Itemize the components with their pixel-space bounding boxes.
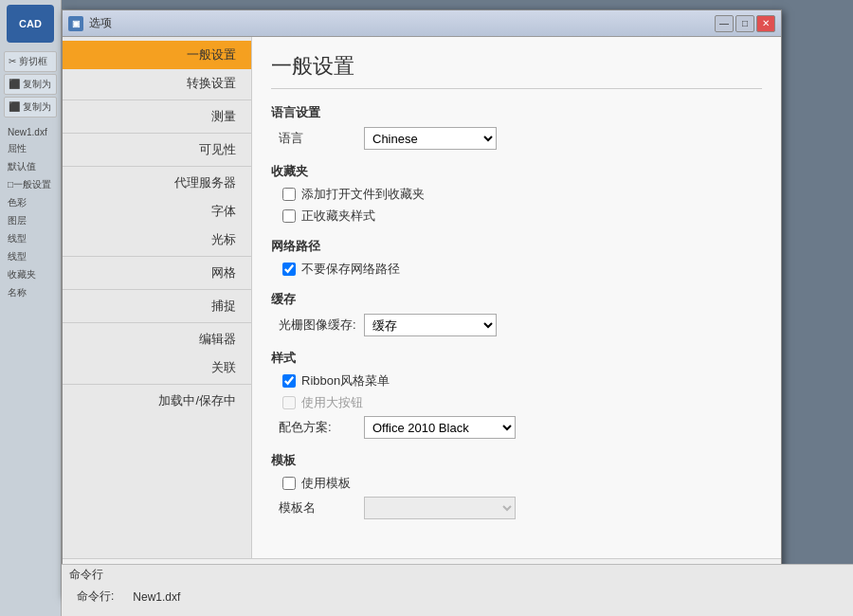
- template-name-row: 模板名: [271, 497, 762, 519]
- cad-property-label: 屈性: [4, 140, 57, 157]
- title-icon: ▣: [68, 16, 83, 31]
- dialog-title: 选项: [89, 15, 112, 31]
- language-select[interactable]: Chinese English Japanese Korean: [364, 127, 497, 150]
- cad-logo: CAD: [7, 5, 54, 43]
- no-save-network-label: 不要保存网络路径: [301, 261, 400, 278]
- cad-favorites-label: 收藏夹: [4, 266, 57, 283]
- cad-sections: New1.dxf 屈性 默认值 □一般设置 色彩 图层 线型 线型 收藏夹 名称: [0, 121, 61, 616]
- cad-filename: New1.dxf: [4, 125, 57, 139]
- favorites-style-label: 正收藏夹样式: [301, 208, 375, 225]
- use-template-checkbox[interactable]: [282, 477, 296, 490]
- cache-section-title: 缓存: [271, 291, 762, 308]
- ribbon-checkbox[interactable]: [282, 374, 296, 388]
- title-bar: ▣ 选项 — □ ✕: [63, 10, 781, 37]
- cad-tools: ✂ 剪切框 ⬛ 复制为 ⬛ 复制为: [0, 47, 61, 121]
- cad-sidebar: CAD ✂ 剪切框 ⬛ 复制为 ⬛ 复制为 New1.dxf 屈性 默认值 □一…: [0, 0, 62, 616]
- nav-item-measure[interactable]: 测量: [63, 102, 251, 131]
- no-save-network-checkbox[interactable]: [282, 263, 296, 276]
- favorites-style-checkbox[interactable]: [282, 209, 296, 223]
- nav-divider-7: [63, 384, 251, 385]
- nav-item-visible[interactable]: 可见性: [63, 136, 251, 164]
- cmd-label-1: 命令行: [62, 565, 853, 585]
- color-scheme-label: 配色方案:: [279, 419, 364, 436]
- network-path-section: 网络路径 不要保存网络路径: [271, 238, 762, 278]
- cad-sub-color[interactable]: 色彩: [4, 194, 57, 211]
- nav-item-general[interactable]: 一般设置: [63, 41, 251, 69]
- favorites-style-row: 正收藏夹样式: [271, 208, 762, 225]
- nav-divider-5: [63, 289, 251, 290]
- nav-item-snap[interactable]: 捕捉: [63, 292, 251, 320]
- language-section: 语言设置 语言 Chinese English Japanese Korean: [271, 104, 762, 150]
- raster-cache-row: 光栅图像缓存: 缓存 不缓存: [271, 314, 762, 336]
- large-buttons-row: 使用大按钮: [271, 394, 762, 411]
- network-path-section-title: 网络路径: [271, 238, 762, 255]
- left-nav-panel: 一般设置 转换设置 测量 可见性 代理服务器 字体 光标 网格 捕捉 编辑器 关…: [63, 37, 252, 558]
- close-button[interactable]: ✕: [756, 15, 775, 32]
- cmd-filename: New1.dxf: [125, 589, 188, 606]
- nav-item-convert[interactable]: 转换设置: [63, 69, 251, 98]
- minimize-button[interactable]: —: [715, 15, 734, 32]
- favorites-section-title: 收藏夹: [271, 163, 762, 180]
- dialog-window: ▣ 选项 — □ ✕ 一般设置 转换设置 测量 可见性 代理服务器 字体 光标 …: [62, 9, 782, 597]
- nav-item-font[interactable]: 字体: [63, 197, 251, 226]
- nav-item-link[interactable]: 关联: [63, 353, 251, 382]
- favorites-section: 收藏夹 添加打开文件到收藏夹 正收藏夹样式: [271, 163, 762, 225]
- copy-tool-2[interactable]: ⬛ 复制为: [4, 97, 57, 118]
- add-open-label: 添加打开文件到收藏夹: [301, 186, 425, 203]
- nav-divider-2: [63, 133, 251, 134]
- cut-tool[interactable]: ✂ 剪切框: [4, 51, 57, 72]
- color-scheme-row: 配色方案: Office 2010 Black Office 2010 Blue…: [271, 416, 762, 439]
- template-name-select[interactable]: [364, 497, 516, 519]
- language-section-title: 语言设置: [271, 104, 762, 121]
- panel-title: 一般设置: [271, 52, 762, 89]
- title-controls: — □ ✕: [715, 15, 775, 32]
- cad-sub-linetype1[interactable]: 线型: [4, 230, 57, 247]
- template-section: 模板 使用模板 模板名: [271, 452, 762, 519]
- maximize-button[interactable]: □: [735, 15, 754, 32]
- template-name-label: 模板名: [279, 499, 364, 516]
- cad-sub-linetype2[interactable]: 线型: [4, 248, 57, 265]
- ribbon-row: Ribbon风格菜单: [271, 372, 762, 390]
- nav-divider-6: [63, 322, 251, 323]
- language-label: 语言: [279, 130, 364, 147]
- cache-section: 缓存 光栅图像缓存: 缓存 不缓存: [271, 291, 762, 336]
- nav-divider-1: [63, 100, 251, 100]
- language-row: 语言 Chinese English Japanese Korean: [271, 127, 762, 150]
- copy-tool-1[interactable]: ⬛ 复制为: [4, 74, 57, 95]
- title-bar-left: ▣ 选项: [68, 15, 112, 31]
- nav-item-cursor[interactable]: 光标: [63, 226, 251, 254]
- cad-default-label: 默认值: [4, 158, 57, 175]
- large-buttons-label: 使用大按钮: [301, 394, 363, 411]
- raster-cache-label: 光栅图像缓存:: [279, 317, 364, 334]
- use-template-row: 使用模板: [271, 475, 762, 492]
- add-open-row: 添加打开文件到收藏夹: [271, 186, 762, 203]
- add-open-checkbox[interactable]: [282, 188, 296, 201]
- style-section-title: 样式: [271, 350, 762, 367]
- raster-cache-select[interactable]: 缓存 不缓存: [364, 314, 497, 336]
- cad-name-label: 名称: [4, 284, 57, 301]
- large-buttons-checkbox[interactable]: [282, 396, 296, 409]
- cmd-bar: 命令行 命令行: New1.dxf: [62, 564, 853, 616]
- nav-item-grid[interactable]: 网格: [63, 259, 251, 287]
- nav-item-proxy[interactable]: 代理服务器: [63, 169, 251, 197]
- ribbon-label: Ribbon风格菜单: [301, 372, 390, 390]
- nav-item-saveload[interactable]: 加载中/保存中: [63, 387, 251, 415]
- dialog-body: 一般设置 转换设置 测量 可见性 代理服务器 字体 光标 网格 捕捉 编辑器 关…: [63, 37, 781, 558]
- cad-sub-layer[interactable]: 图层: [4, 212, 57, 229]
- template-section-title: 模板: [271, 452, 762, 469]
- nav-divider-4: [63, 256, 251, 257]
- cmd-prompt: 命令行:: [69, 587, 121, 607]
- cmd-input-row: 命令行: New1.dxf: [62, 585, 853, 608]
- color-scheme-select[interactable]: Office 2010 Black Office 2010 Blue Offic…: [364, 416, 516, 439]
- style-section: 样式 Ribbon风格菜单 使用大按钮 配色方案: Office 2010 Bl…: [271, 350, 762, 439]
- no-save-network-row: 不要保存网络路径: [271, 261, 762, 278]
- right-content-panel: 一般设置 语言设置 语言 Chinese English Japanese Ko…: [252, 37, 781, 558]
- cad-general-label: □一般设置: [4, 176, 57, 193]
- nav-item-editor[interactable]: 编辑器: [63, 325, 251, 353]
- use-template-label: 使用模板: [301, 475, 351, 492]
- nav-divider-3: [63, 166, 251, 167]
